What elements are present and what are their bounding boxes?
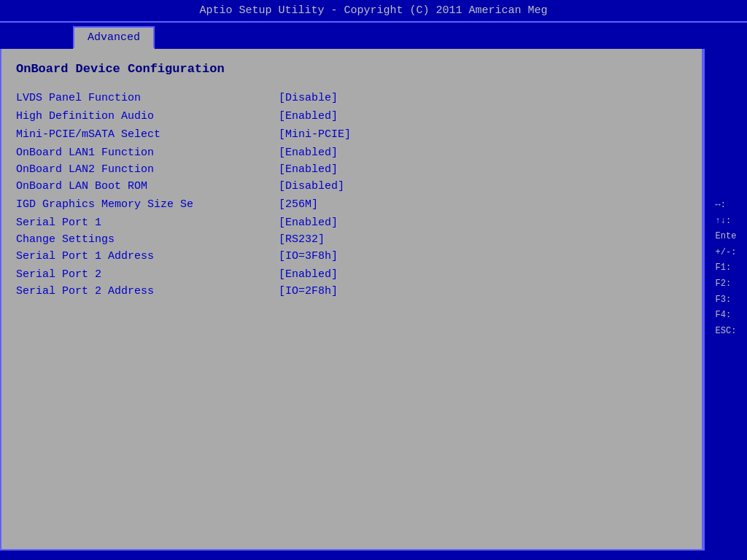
- config-label: Serial Port 2: [16, 268, 279, 281]
- config-row[interactable]: Serial Port 2 Address[IO=2F8h]: [16, 285, 687, 298]
- config-value: [Enabled]: [279, 147, 338, 159]
- page-title: OnBoard Device Configuration: [16, 62, 687, 76]
- config-row[interactable]: Serial Port 2[Enabled]: [16, 268, 687, 281]
- config-value: [IO=2F8h]: [279, 285, 338, 298]
- tab-bar: Advanced: [0, 23, 747, 49]
- config-row[interactable]: Serial Port 1[Enabled]: [16, 217, 687, 229]
- config-label: OnBoard LAN Boot ROM: [16, 180, 279, 192]
- config-row[interactable]: High Definition Audio[Enabled]: [16, 110, 687, 122]
- sidebar: ↔:↑↓:Ente+/-:F1:F2:F3:F4:ESC:: [703, 49, 747, 551]
- config-value: [256M]: [279, 198, 318, 211]
- config-label: Change Settings: [16, 233, 279, 246]
- title-bar: Aptio Setup Utility - Copyright (C) 2011…: [0, 0, 747, 23]
- main-area: OnBoard Device Configuration LVDS Panel …: [0, 49, 747, 551]
- content-panel: OnBoard Device Configuration LVDS Panel …: [0, 49, 703, 551]
- config-value: [Enabled]: [279, 110, 338, 122]
- config-label: Mini-PCIE/mSATA Select: [16, 128, 279, 141]
- config-list: LVDS Panel Function[Disable]High Definit…: [16, 92, 687, 298]
- config-label: OnBoard LAN1 Function: [16, 147, 279, 159]
- config-value: [Disable]: [279, 92, 338, 104]
- config-value: [Enabled]: [279, 217, 338, 229]
- config-value: [Enabled]: [279, 268, 338, 281]
- config-label: LVDS Panel Function: [16, 92, 279, 104]
- config-row[interactable]: OnBoard LAN2 Function[Enabled]: [16, 163, 687, 176]
- config-label: Serial Port 2 Address: [16, 285, 279, 298]
- config-label: OnBoard LAN2 Function: [16, 163, 279, 176]
- config-row[interactable]: Change Settings[RS232]: [16, 233, 687, 246]
- tab-advanced[interactable]: Advanced: [73, 26, 155, 49]
- sidebar-keys: ↔:↑↓:Ente+/-:F1:F2:F3:F4:ESC:: [714, 195, 738, 342]
- config-value: [Disabled]: [279, 180, 344, 192]
- config-value: [Mini-PCIE]: [279, 128, 351, 141]
- title-text: Aptio Setup Utility - Copyright (C) 2011…: [199, 4, 547, 17]
- config-row[interactable]: OnBoard LAN Boot ROM[Disabled]: [16, 180, 687, 192]
- config-label: High Definition Audio: [16, 110, 279, 122]
- config-value: [IO=3F8h]: [279, 250, 338, 262]
- config-row[interactable]: IGD Graphics Memory Size Se[256M]: [16, 198, 687, 211]
- config-row[interactable]: OnBoard LAN1 Function[Enabled]: [16, 147, 687, 159]
- config-label: IGD Graphics Memory Size Se: [16, 198, 279, 211]
- config-label: Serial Port 1: [16, 217, 279, 229]
- config-value: [Enabled]: [279, 163, 338, 176]
- config-row[interactable]: LVDS Panel Function[Disable]: [16, 92, 687, 104]
- config-label: Serial Port 1 Address: [16, 250, 279, 262]
- config-row[interactable]: Serial Port 1 Address[IO=3F8h]: [16, 250, 687, 262]
- config-value: [RS232]: [279, 233, 325, 246]
- config-row[interactable]: Mini-PCIE/mSATA Select[Mini-PCIE]: [16, 128, 687, 141]
